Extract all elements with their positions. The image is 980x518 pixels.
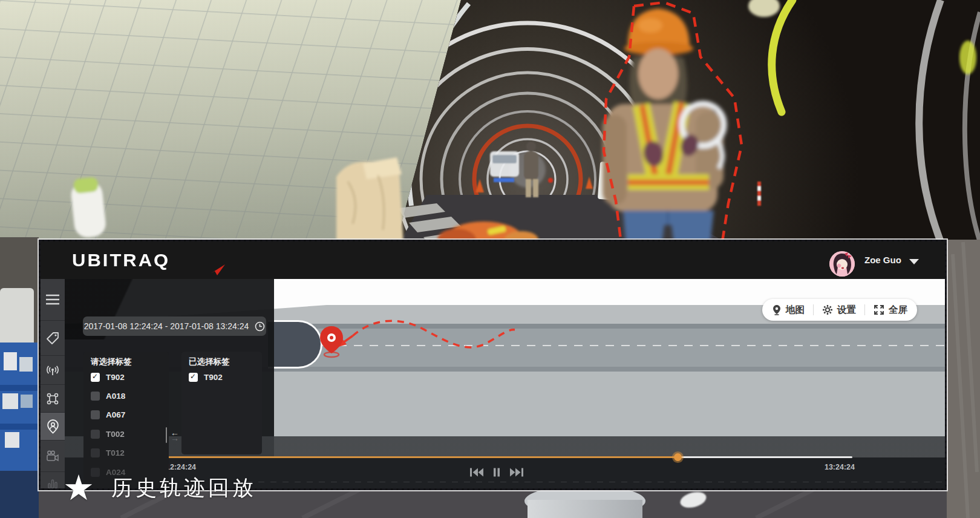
app-window: UBITRAQ Zoe Guo	[39, 240, 947, 490]
avatar-illustration	[829, 251, 855, 277]
available-tags-title: 请选择标签	[91, 356, 132, 367]
tag-option[interactable]: T902	[91, 371, 125, 383]
timeline-end-time: 13:24:24	[812, 463, 855, 471]
playback-bar-divider	[246, 482, 945, 482]
sidebar-item-camera[interactable]	[41, 441, 65, 472]
selected-tags-panel: 已选择标签 T902	[181, 352, 262, 454]
tag-option[interactable]: T012	[91, 447, 125, 459]
settings-button[interactable]: 设置	[822, 304, 856, 316]
caption-text: 历史轨迹回放	[111, 474, 256, 502]
scrollbar[interactable]	[166, 427, 167, 443]
sidebar-item-topology[interactable]	[41, 385, 65, 413]
fullscreen-button[interactable]: 全屏	[874, 304, 907, 316]
caption: 历史轨迹回放	[63, 471, 256, 505]
clock-icon	[255, 321, 265, 332]
checkbox-icon[interactable]	[91, 430, 100, 439]
skip-back-button[interactable]	[469, 468, 485, 477]
skip-forward-button[interactable]	[508, 468, 524, 477]
toolbar-divider	[864, 304, 865, 315]
logo: UBITRAQ	[72, 250, 170, 272]
video-camera-icon	[46, 450, 59, 462]
bar-chart-icon	[47, 477, 59, 489]
transfer-right-arrow-icon: →	[169, 436, 180, 441]
location-pin-icon	[320, 326, 343, 357]
toolbar-divider	[813, 304, 814, 315]
pause-button[interactable]	[493, 468, 500, 477]
sidebar-item-beacons[interactable]	[41, 356, 65, 385]
tag-option[interactable]: A067	[91, 408, 125, 421]
timeline-start-time: 12:24:24	[166, 463, 196, 471]
app-header: UBITRAQ Zoe Guo	[41, 241, 945, 279]
avatar[interactable]	[829, 251, 855, 277]
menu-icon	[45, 293, 60, 306]
map-toolbar: 地图 设置 全屏	[762, 299, 917, 321]
star-icon	[63, 471, 94, 505]
tag-option[interactable]: A018	[91, 390, 125, 402]
fullscreen-icon	[874, 304, 884, 315]
tag-option[interactable]: T002	[91, 428, 125, 440]
logo-text: UBITRAQ	[72, 251, 170, 271]
tag-icon	[46, 332, 59, 345]
timeline-played	[163, 456, 678, 458]
transfer-control[interactable]: ← →	[169, 430, 180, 441]
sidebar-item-menu[interactable]	[41, 279, 65, 321]
sidebar-item-statistics[interactable]	[41, 472, 65, 488]
selected-tags-title: 已选择标签	[189, 356, 230, 367]
map-button[interactable]: 地图	[772, 304, 805, 316]
user-menu-caret-icon[interactable]	[909, 259, 919, 264]
checkbox-checked-icon[interactable]	[189, 373, 198, 382]
playback-controls	[469, 468, 524, 477]
checkbox-checked-icon[interactable]	[91, 373, 100, 382]
checkbox-icon[interactable]	[91, 410, 100, 419]
person-location-icon	[46, 419, 60, 434]
sidebar-item-tags[interactable]	[41, 321, 65, 356]
checkbox-icon[interactable]	[91, 448, 100, 457]
map-canvas[interactable]: 12:24:24 13:24:24 2017-01-08 12:24:24 - …	[65, 279, 945, 488]
user-name[interactable]: Zoe Guo	[864, 255, 901, 265]
date-range-picker[interactable]: 2017-01-08 12:24:24 - 2017-01-08 13:24:2…	[83, 316, 266, 336]
gear-icon	[822, 304, 833, 315]
date-range-value: 2017-01-08 12:24:24 - 2017-01-08 13:24:2…	[84, 321, 249, 331]
timeline-track[interactable]	[163, 456, 852, 458]
selected-tag[interactable]: T902	[189, 371, 223, 383]
map-pin-icon	[772, 304, 782, 315]
sidebar	[41, 279, 65, 488]
timeline-handle[interactable]	[674, 453, 682, 461]
topology-icon	[46, 392, 59, 405]
track-trajectory	[295, 314, 549, 369]
available-tags-panel: 请选择标签 T902 A018 A067 T002 T012	[83, 352, 169, 488]
checkbox-icon[interactable]	[91, 392, 100, 401]
sidebar-item-person-location[interactable]	[41, 413, 65, 441]
beacon-icon	[46, 364, 59, 377]
logo-plane-icon	[210, 264, 226, 278]
